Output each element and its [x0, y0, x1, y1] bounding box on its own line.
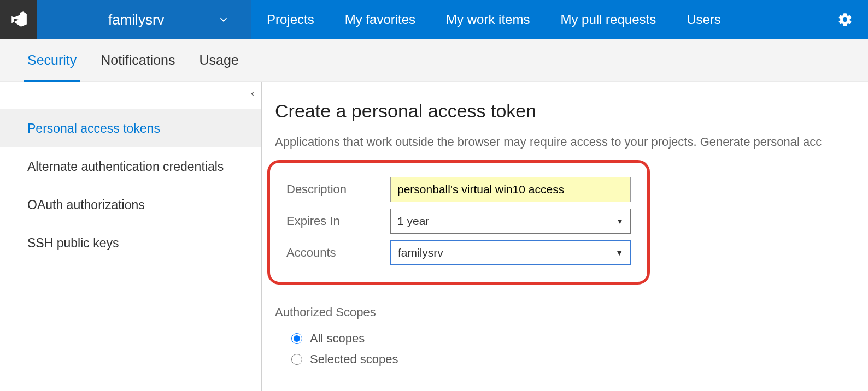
nav-users[interactable]: Users: [671, 12, 736, 27]
top-nav: Projects My favorites My work items My p…: [251, 0, 868, 39]
scope-selected-radio[interactable]: [291, 354, 302, 365]
description-input[interactable]: [390, 177, 631, 202]
tab-security[interactable]: Security: [15, 39, 89, 81]
top-bar: familysrv Projects My favorites My work …: [0, 0, 868, 39]
nav-work-items[interactable]: My work items: [431, 12, 545, 27]
tab-bar: Security Notifications Usage: [0, 39, 868, 82]
scopes-label: Authorized Scopes: [275, 305, 868, 319]
tab-notifications[interactable]: Notifications: [89, 39, 187, 81]
sidebar: Personal access tokens Alternate authent…: [0, 82, 262, 391]
org-switcher[interactable]: familysrv: [37, 0, 251, 39]
accounts-label: Accounts: [286, 246, 390, 260]
sidebar-item-alt-auth[interactable]: Alternate authentication credentials: [0, 147, 261, 186]
chevron-down-icon: [218, 14, 230, 26]
form-highlight-box: Description Expires In 1 year ▼ A: [267, 160, 650, 285]
nav-divider: [812, 9, 812, 31]
scope-all-row[interactable]: All scopes: [291, 331, 868, 346]
sidebar-item-oauth[interactable]: OAuth authorizations: [0, 186, 261, 224]
page-description: Applications that work outside the brows…: [275, 135, 868, 149]
sidebar-item-ssh[interactable]: SSH public keys: [0, 224, 261, 262]
scope-all-radio[interactable]: [291, 333, 302, 344]
expires-label: Expires In: [286, 214, 390, 228]
gear-icon: [837, 12, 853, 27]
scope-selected-label: Selected scopes: [310, 352, 398, 366]
devops-logo-icon: [9, 10, 28, 29]
org-name: familysrv: [108, 11, 165, 28]
nav-favorites[interactable]: My favorites: [330, 12, 431, 27]
nav-pull-requests[interactable]: My pull requests: [545, 12, 671, 27]
accounts-value: familysrv: [398, 246, 443, 259]
description-label: Description: [286, 182, 390, 197]
main-content: Create a personal access token Applicati…: [262, 82, 868, 391]
accounts-select[interactable]: familysrv ▼: [390, 240, 631, 265]
nav-projects[interactable]: Projects: [251, 12, 330, 27]
settings-button[interactable]: [822, 12, 868, 27]
scope-selected-row[interactable]: Selected scopes: [291, 352, 868, 366]
scope-all-label: All scopes: [310, 331, 365, 346]
tab-usage[interactable]: Usage: [187, 39, 250, 81]
sidebar-item-pat[interactable]: Personal access tokens: [0, 109, 261, 147]
caret-down-icon: ▼: [615, 248, 623, 257]
caret-down-icon: ▼: [616, 217, 624, 226]
page-title: Create a personal access token: [275, 100, 868, 122]
expires-value: 1 year: [397, 215, 429, 228]
chevron-left-icon: [249, 90, 256, 98]
logo-block[interactable]: [0, 0, 37, 39]
collapse-sidebar-button[interactable]: [249, 90, 256, 100]
expires-select[interactable]: 1 year ▼: [390, 209, 631, 234]
